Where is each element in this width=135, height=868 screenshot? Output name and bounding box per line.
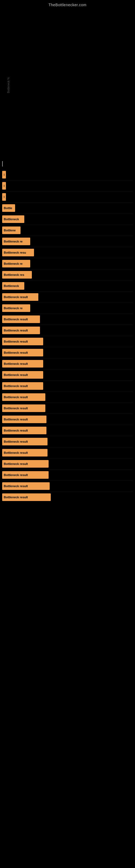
list-item: Bottleneck result: [0, 469, 135, 480]
result-label: Bottleneck result: [4, 340, 28, 343]
list-item: Bottleneck result: [0, 358, 135, 369]
list-item: Bottleneck: [0, 280, 135, 291]
result-label: Bottleneck result: [4, 473, 28, 476]
list-item: Bottleneck result: [0, 392, 135, 403]
result-label: B: [4, 184, 4, 187]
result-label: B: [4, 173, 4, 176]
list-item: Bottleneck result: [0, 436, 135, 447]
result-label: Bottleneck result: [4, 407, 28, 410]
list-item: Bottleneck result: [0, 380, 135, 392]
result-label: Bottleneck: [4, 218, 19, 221]
result-label: Bottleneck result: [4, 440, 28, 443]
results-list: BBBBottleBottleneckBottleneBottleneck re…: [0, 166, 135, 503]
list-item: Bottleneck: [0, 214, 135, 225]
result-label: Bottleneck res: [4, 273, 24, 276]
result-label: Bottleneck result: [4, 451, 28, 454]
chart-area: Bottleneck %: [0, 9, 135, 161]
cursor-line: [2, 161, 3, 166]
list-item: Bottleneck result: [0, 314, 135, 325]
result-label: Bottleneck re: [4, 307, 23, 310]
list-item: Bottleneck result: [0, 425, 135, 436]
list-item: Bottleneck result: [0, 414, 135, 425]
list-item: Bottleneck resu: [0, 247, 135, 258]
list-item: Bottleneck result: [0, 458, 135, 469]
result-label: Bottleneck result: [4, 329, 28, 332]
result-label: Bottleneck result: [4, 351, 28, 354]
list-item: Bottleneck re: [0, 303, 135, 314]
list-item: B: [0, 169, 135, 180]
list-item: B: [0, 191, 135, 203]
result-label: Bottleneck result: [4, 462, 28, 465]
list-item: Bottlene: [0, 225, 135, 236]
result-label: Bottleneck result: [4, 384, 28, 388]
result-label: Bottleneck result: [4, 362, 28, 365]
result-label: Bottlene: [4, 229, 16, 232]
list-item: Bottleneck res: [0, 269, 135, 280]
list-item: Bottleneck result: [0, 336, 135, 347]
list-item: Bottleneck result: [0, 291, 135, 303]
site-title-bar: TheBottlenecker.com: [0, 0, 135, 9]
list-item: Bottleneck result: [0, 325, 135, 336]
list-item: Bottleneck result: [0, 492, 135, 503]
result-label: Bottleneck result: [4, 396, 28, 399]
result-label: Bottleneck result: [4, 318, 28, 321]
result-label: Bottleneck re: [4, 262, 23, 265]
result-label: Bottleneck: [4, 284, 19, 287]
list-item: Bottleneck re: [0, 258, 135, 269]
result-label: Bottleneck result: [4, 485, 28, 488]
list-item: Bottleneck re: [0, 236, 135, 247]
result-label: Bottleneck result: [4, 429, 28, 432]
result-label: Bottle: [4, 207, 12, 210]
list-item: Bottleneck result: [0, 347, 135, 358]
result-label: Bottleneck result: [4, 496, 28, 499]
site-title: TheBottlenecker.com: [0, 0, 135, 9]
list-item: B: [0, 180, 135, 191]
list-item: Bottleneck result: [0, 447, 135, 458]
list-item: Bottleneck result: [0, 369, 135, 380]
list-item: Bottle: [0, 203, 135, 214]
result-label: Bottleneck re: [4, 240, 23, 243]
list-item: Bottleneck result: [0, 403, 135, 414]
result-label: Bottleneck resu: [4, 251, 26, 254]
result-label: Bottleneck result: [4, 296, 28, 299]
y-axis-label: Bottleneck %: [7, 77, 10, 93]
result-label: Bottleneck result: [4, 418, 28, 421]
result-label: B: [4, 195, 4, 198]
list-item: Bottleneck result: [0, 480, 135, 492]
result-label: Bottleneck result: [4, 373, 28, 376]
